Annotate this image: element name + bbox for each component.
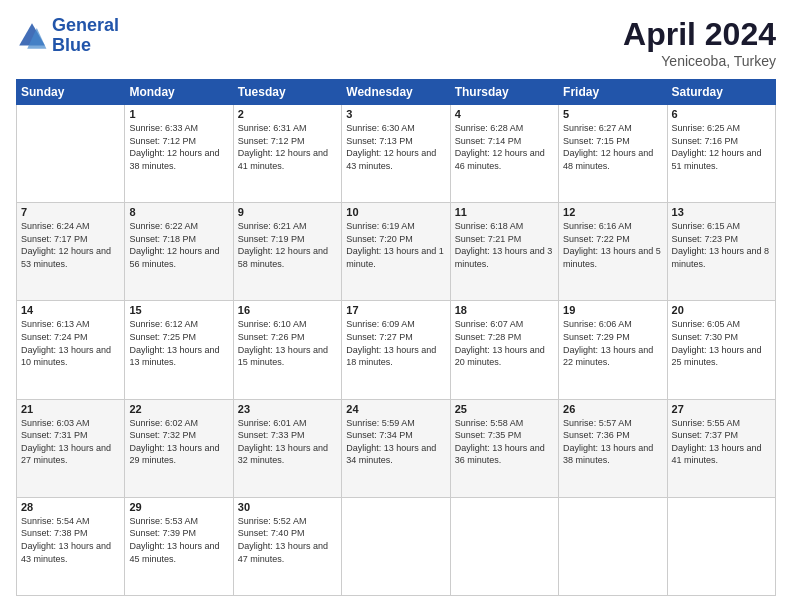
calendar-cell	[667, 497, 775, 595]
weekday-header-monday: Monday	[125, 80, 233, 105]
day-number: 6	[672, 108, 771, 120]
day-info: Sunrise: 5:58 AMSunset: 7:35 PMDaylight:…	[455, 417, 554, 467]
day-info: Sunrise: 6:24 AMSunset: 7:17 PMDaylight:…	[21, 220, 120, 270]
location: Yeniceoba, Turkey	[623, 53, 776, 69]
day-number: 3	[346, 108, 445, 120]
day-number: 30	[238, 501, 337, 513]
day-number: 10	[346, 206, 445, 218]
week-row-5: 28Sunrise: 5:54 AMSunset: 7:38 PMDayligh…	[17, 497, 776, 595]
day-info: Sunrise: 6:22 AMSunset: 7:18 PMDaylight:…	[129, 220, 228, 270]
day-info: Sunrise: 6:07 AMSunset: 7:28 PMDaylight:…	[455, 318, 554, 368]
day-number: 2	[238, 108, 337, 120]
day-number: 12	[563, 206, 662, 218]
weekday-header-wednesday: Wednesday	[342, 80, 450, 105]
day-info: Sunrise: 6:25 AMSunset: 7:16 PMDaylight:…	[672, 122, 771, 172]
day-info: Sunrise: 6:15 AMSunset: 7:23 PMDaylight:…	[672, 220, 771, 270]
calendar-cell: 26Sunrise: 5:57 AMSunset: 7:36 PMDayligh…	[559, 399, 667, 497]
calendar-cell: 19Sunrise: 6:06 AMSunset: 7:29 PMDayligh…	[559, 301, 667, 399]
calendar-cell: 18Sunrise: 6:07 AMSunset: 7:28 PMDayligh…	[450, 301, 558, 399]
calendar-cell	[450, 497, 558, 595]
calendar-cell: 15Sunrise: 6:12 AMSunset: 7:25 PMDayligh…	[125, 301, 233, 399]
logo-text: General Blue	[52, 16, 119, 56]
calendar-cell: 23Sunrise: 6:01 AMSunset: 7:33 PMDayligh…	[233, 399, 341, 497]
week-row-4: 21Sunrise: 6:03 AMSunset: 7:31 PMDayligh…	[17, 399, 776, 497]
day-info: Sunrise: 6:12 AMSunset: 7:25 PMDaylight:…	[129, 318, 228, 368]
day-info: Sunrise: 6:28 AMSunset: 7:14 PMDaylight:…	[455, 122, 554, 172]
calendar-cell: 21Sunrise: 6:03 AMSunset: 7:31 PMDayligh…	[17, 399, 125, 497]
calendar-cell: 8Sunrise: 6:22 AMSunset: 7:18 PMDaylight…	[125, 203, 233, 301]
calendar-cell: 10Sunrise: 6:19 AMSunset: 7:20 PMDayligh…	[342, 203, 450, 301]
calendar-cell: 27Sunrise: 5:55 AMSunset: 7:37 PMDayligh…	[667, 399, 775, 497]
day-info: Sunrise: 5:55 AMSunset: 7:37 PMDaylight:…	[672, 417, 771, 467]
calendar-cell: 7Sunrise: 6:24 AMSunset: 7:17 PMDaylight…	[17, 203, 125, 301]
day-number: 18	[455, 304, 554, 316]
day-number: 25	[455, 403, 554, 415]
calendar-cell	[342, 497, 450, 595]
day-number: 26	[563, 403, 662, 415]
day-number: 24	[346, 403, 445, 415]
calendar-cell: 1Sunrise: 6:33 AMSunset: 7:12 PMDaylight…	[125, 105, 233, 203]
day-number: 29	[129, 501, 228, 513]
day-info: Sunrise: 6:06 AMSunset: 7:29 PMDaylight:…	[563, 318, 662, 368]
calendar-cell: 9Sunrise: 6:21 AMSunset: 7:19 PMDaylight…	[233, 203, 341, 301]
day-number: 4	[455, 108, 554, 120]
day-info: Sunrise: 5:57 AMSunset: 7:36 PMDaylight:…	[563, 417, 662, 467]
weekday-header-row: SundayMondayTuesdayWednesdayThursdayFrid…	[17, 80, 776, 105]
title-block: April 2024 Yeniceoba, Turkey	[623, 16, 776, 69]
logo-line1: General	[52, 16, 119, 36]
calendar-cell: 11Sunrise: 6:18 AMSunset: 7:21 PMDayligh…	[450, 203, 558, 301]
calendar-cell: 4Sunrise: 6:28 AMSunset: 7:14 PMDaylight…	[450, 105, 558, 203]
calendar-cell	[17, 105, 125, 203]
day-info: Sunrise: 6:13 AMSunset: 7:24 PMDaylight:…	[21, 318, 120, 368]
logo-icon	[16, 20, 48, 52]
day-number: 28	[21, 501, 120, 513]
calendar-cell: 29Sunrise: 5:53 AMSunset: 7:39 PMDayligh…	[125, 497, 233, 595]
weekday-header-tuesday: Tuesday	[233, 80, 341, 105]
calendar-cell	[559, 497, 667, 595]
day-info: Sunrise: 5:53 AMSunset: 7:39 PMDaylight:…	[129, 515, 228, 565]
weekday-header-sunday: Sunday	[17, 80, 125, 105]
day-number: 20	[672, 304, 771, 316]
logo-line2: Blue	[52, 36, 119, 56]
week-row-3: 14Sunrise: 6:13 AMSunset: 7:24 PMDayligh…	[17, 301, 776, 399]
calendar-cell: 3Sunrise: 6:30 AMSunset: 7:13 PMDaylight…	[342, 105, 450, 203]
day-number: 27	[672, 403, 771, 415]
day-info: Sunrise: 6:31 AMSunset: 7:12 PMDaylight:…	[238, 122, 337, 172]
day-number: 14	[21, 304, 120, 316]
day-info: Sunrise: 6:09 AMSunset: 7:27 PMDaylight:…	[346, 318, 445, 368]
calendar-cell: 14Sunrise: 6:13 AMSunset: 7:24 PMDayligh…	[17, 301, 125, 399]
day-number: 7	[21, 206, 120, 218]
day-info: Sunrise: 5:54 AMSunset: 7:38 PMDaylight:…	[21, 515, 120, 565]
calendar-cell: 25Sunrise: 5:58 AMSunset: 7:35 PMDayligh…	[450, 399, 558, 497]
calendar-cell: 2Sunrise: 6:31 AMSunset: 7:12 PMDaylight…	[233, 105, 341, 203]
day-number: 17	[346, 304, 445, 316]
calendar-cell: 24Sunrise: 5:59 AMSunset: 7:34 PMDayligh…	[342, 399, 450, 497]
day-info: Sunrise: 6:30 AMSunset: 7:13 PMDaylight:…	[346, 122, 445, 172]
day-number: 5	[563, 108, 662, 120]
header: General Blue April 2024 Yeniceoba, Turke…	[16, 16, 776, 69]
day-info: Sunrise: 6:18 AMSunset: 7:21 PMDaylight:…	[455, 220, 554, 270]
logo: General Blue	[16, 16, 119, 56]
day-info: Sunrise: 6:16 AMSunset: 7:22 PMDaylight:…	[563, 220, 662, 270]
calendar-cell: 12Sunrise: 6:16 AMSunset: 7:22 PMDayligh…	[559, 203, 667, 301]
calendar-cell: 16Sunrise: 6:10 AMSunset: 7:26 PMDayligh…	[233, 301, 341, 399]
day-info: Sunrise: 6:19 AMSunset: 7:20 PMDaylight:…	[346, 220, 445, 270]
day-info: Sunrise: 6:10 AMSunset: 7:26 PMDaylight:…	[238, 318, 337, 368]
day-info: Sunrise: 6:33 AMSunset: 7:12 PMDaylight:…	[129, 122, 228, 172]
day-number: 13	[672, 206, 771, 218]
calendar-cell: 13Sunrise: 6:15 AMSunset: 7:23 PMDayligh…	[667, 203, 775, 301]
day-info: Sunrise: 5:59 AMSunset: 7:34 PMDaylight:…	[346, 417, 445, 467]
day-number: 1	[129, 108, 228, 120]
day-number: 16	[238, 304, 337, 316]
calendar-cell: 30Sunrise: 5:52 AMSunset: 7:40 PMDayligh…	[233, 497, 341, 595]
day-number: 9	[238, 206, 337, 218]
calendar-cell: 28Sunrise: 5:54 AMSunset: 7:38 PMDayligh…	[17, 497, 125, 595]
week-row-2: 7Sunrise: 6:24 AMSunset: 7:17 PMDaylight…	[17, 203, 776, 301]
day-number: 8	[129, 206, 228, 218]
calendar-cell: 5Sunrise: 6:27 AMSunset: 7:15 PMDaylight…	[559, 105, 667, 203]
weekday-header-friday: Friday	[559, 80, 667, 105]
calendar-cell: 17Sunrise: 6:09 AMSunset: 7:27 PMDayligh…	[342, 301, 450, 399]
calendar-table: SundayMondayTuesdayWednesdayThursdayFrid…	[16, 79, 776, 596]
weekday-header-saturday: Saturday	[667, 80, 775, 105]
month-title: April 2024	[623, 16, 776, 53]
